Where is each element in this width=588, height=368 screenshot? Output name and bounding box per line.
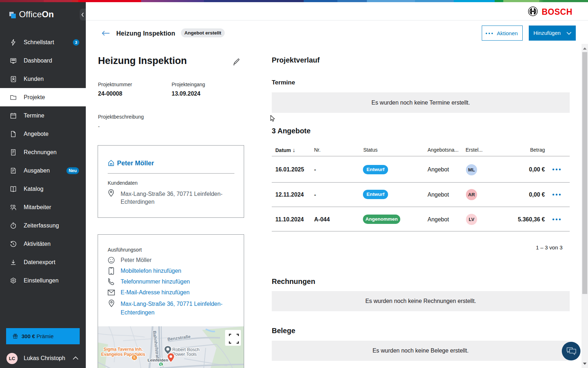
svg-text:Robert BoschPower Tools: Robert BoschPower Tools [172, 347, 200, 357]
svg-text:Leinfelden: Leinfelden [148, 358, 168, 362]
svg-text:S: S [160, 363, 162, 367]
svg-text:Sigma Taverna Inh.Evangelos Pa: Sigma Taverna Inh.Evangelos Papadakis [101, 347, 145, 357]
